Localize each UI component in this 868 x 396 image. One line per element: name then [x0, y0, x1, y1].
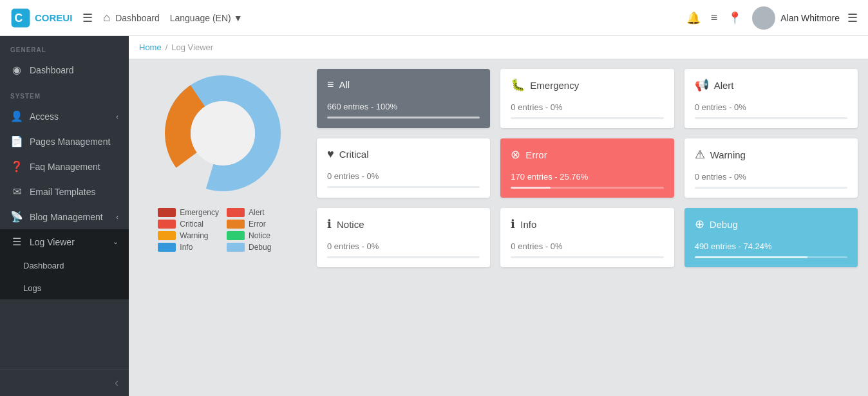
- legend-item-emergency: Emergency: [158, 208, 219, 217]
- sidebar-general-label: GENERAL: [0, 36, 129, 57]
- debug-icon: [695, 217, 704, 231]
- legend-label-alert: Alert: [249, 208, 265, 217]
- card-error-progress-bar: [511, 187, 551, 189]
- card-alert[interactable]: 📢 Alert 0 entries - 0%: [684, 69, 858, 128]
- sidebar-submenu-logviewer: Dashboard Logs: [0, 254, 129, 299]
- card-notice-entries: 0 entries - 0%: [327, 241, 379, 251]
- logviewer-icon: ☰: [10, 236, 23, 248]
- sidebar-item-dashboard[interactable]: ◉ Dashboard: [0, 57, 129, 82]
- coreui-logo-icon: C: [10, 8, 31, 28]
- svg-point-4: [191, 101, 255, 165]
- error-icon: [511, 147, 520, 162]
- sidebar-toggle-button[interactable]: ☰: [82, 11, 93, 25]
- sidebar-item-label: Log Viewer: [30, 237, 75, 247]
- donut-chart: [158, 69, 287, 198]
- alert-icon: 📢: [695, 78, 709, 92]
- sidebar-collapse-button[interactable]: ‹: [0, 369, 129, 396]
- card-debug[interactable]: Debug 490 entries - 74.24%: [684, 208, 858, 267]
- card-notice[interactable]: Notice 0 entries - 0%: [317, 208, 490, 267]
- sidebar-item-faq[interactable]: ❓ Faq Management: [0, 154, 129, 179]
- dashboard-link[interactable]: Dashboard: [115, 13, 160, 23]
- legend-label-error: Error: [249, 220, 266, 229]
- pages-icon: 📄: [10, 135, 23, 147]
- card-error-label: Error: [525, 149, 547, 160]
- brand-name: COREUI: [35, 12, 72, 23]
- avatar[interactable]: [752, 6, 775, 30]
- card-critical-entries: 0 entries - 0%: [327, 171, 379, 181]
- chevron-down-icon: ▼: [234, 13, 243, 23]
- sidebar-item-blog[interactable]: 📡 Blog Management ‹: [0, 204, 129, 229]
- sidebar-item-email[interactable]: ✉ Email Templates: [0, 179, 129, 204]
- username-label: Alan Whitmore: [780, 13, 840, 23]
- legend-item-info: Info: [158, 243, 219, 252]
- legend-color-alert: [227, 208, 245, 217]
- card-alert-entries: 0 entries - 0%: [695, 102, 746, 112]
- breadcrumb-home[interactable]: Home: [139, 42, 162, 52]
- breadcrumb-separator: /: [165, 42, 168, 52]
- card-critical-label: Critical: [339, 149, 369, 160]
- topnav: C COREUI ☰ ⌂ Dashboard Language (EN) ▼ 🔔…: [0, 0, 868, 36]
- sidebar: GENERAL ◉ Dashboard SYSTEM 👤 Access ‹ 📄 …: [0, 36, 129, 396]
- legend-item-debug: Debug: [227, 243, 288, 252]
- faq-icon: ❓: [10, 160, 23, 173]
- legend-color-emergency: [158, 208, 176, 217]
- main-content: Home / Log Viewer: [129, 36, 868, 396]
- donut-svg: [158, 69, 287, 198]
- legend-label-emergency: Emergency: [180, 208, 219, 217]
- legend-item-notice: Notice: [227, 231, 288, 240]
- breadcrumb: Home / Log Viewer: [129, 36, 868, 59]
- card-all-progress-bar: [327, 117, 480, 118]
- card-info-entries: 0 entries - 0%: [511, 241, 562, 251]
- sidebar-item-logviewer[interactable]: ☰ Log Viewer ⌄: [0, 229, 129, 254]
- card-all-label: All: [339, 79, 350, 90]
- sidebar-item-label: Pages Management: [30, 137, 110, 147]
- sidebar-item-label: Access: [30, 111, 59, 122]
- warning-icon: [695, 147, 705, 162]
- legend-label-notice: Notice: [249, 231, 270, 240]
- dashboard-icon: ◉: [10, 64, 23, 76]
- info-icon: [511, 217, 515, 231]
- user-icon: 👤: [10, 110, 23, 122]
- language-selector[interactable]: Language (EN) ▼: [170, 13, 243, 23]
- card-info[interactable]: Info 0 entries - 0%: [500, 208, 674, 267]
- home-icon[interactable]: ⌂: [103, 11, 110, 24]
- card-emergency[interactable]: 🐛 Emergency 0 entries - 0%: [500, 69, 674, 128]
- sidebar-system-label: SYSTEM: [0, 82, 129, 104]
- emergency-icon: 🐛: [511, 78, 525, 92]
- card-warning-label: Warning: [710, 149, 746, 160]
- sidebar-sub-item-logs[interactable]: Logs: [0, 277, 129, 299]
- sidebar-sub-item-label: Dashboard: [23, 261, 64, 270]
- email-icon: ✉: [10, 185, 23, 198]
- card-error[interactable]: Error 170 entries - 25.76%: [500, 138, 674, 198]
- card-critical[interactable]: ♥ Critical 0 entries - 0%: [317, 138, 490, 198]
- chart-legend: Emergency Alert Critical Error: [158, 208, 287, 252]
- notice-icon: [327, 217, 332, 231]
- sidebar-sub-item-dashboard[interactable]: Dashboard: [0, 254, 129, 277]
- card-all[interactable]: All 660 entries - 100%: [317, 69, 490, 128]
- topnav-menu-icon[interactable]: ☰: [847, 11, 858, 25]
- sidebar-item-pages[interactable]: 📄 Pages Management: [0, 129, 129, 154]
- legend-item-alert: Alert: [227, 208, 288, 217]
- logo[interactable]: C COREUI: [10, 8, 72, 28]
- list-icon[interactable]: ≡: [711, 11, 718, 24]
- card-all-entries: 660 entries - 100%: [327, 102, 397, 111]
- legend-color-critical: [158, 220, 176, 229]
- location-pin-icon[interactable]: 📍: [728, 11, 742, 25]
- legend-label-warning: Warning: [180, 231, 208, 240]
- card-debug-progress-bar: [695, 256, 808, 258]
- notification-bell-icon[interactable]: 🔔: [686, 11, 701, 25]
- chevron-down-icon: ⌄: [113, 238, 118, 246]
- legend-label-debug: Debug: [249, 243, 271, 252]
- legend-color-warning: [158, 231, 176, 240]
- legend-color-notice: [227, 231, 245, 240]
- legend-color-debug: [227, 243, 245, 252]
- sidebar-item-label: Dashboard: [30, 65, 74, 75]
- legend-item-warning: Warning: [158, 231, 219, 240]
- legend-color-info: [158, 243, 176, 252]
- card-alert-label: Alert: [714, 80, 734, 91]
- card-warning[interactable]: Warning 0 entries - 0%: [684, 138, 858, 198]
- sidebar-item-access[interactable]: 👤 Access ‹: [0, 104, 129, 129]
- card-notice-label: Notice: [337, 219, 364, 230]
- card-error-entries: 170 entries - 25.76%: [511, 172, 588, 182]
- sidebar-item-label: Email Templates: [30, 187, 95, 197]
